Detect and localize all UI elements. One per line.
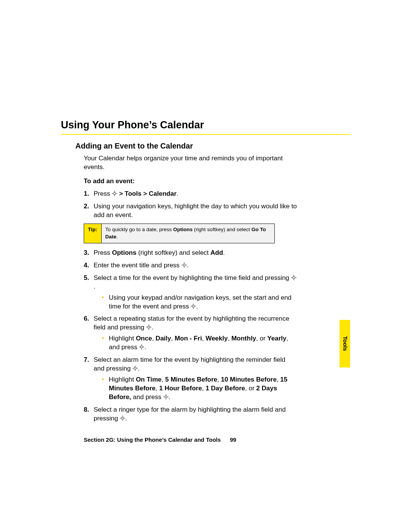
page-footer: Section 2G: Using the Phone’s Calendar a… xyxy=(61,436,350,444)
step-5-sub: Using your keypad and/or navigation keys… xyxy=(94,294,297,311)
section-title: Adding an Event to the Calendar xyxy=(61,141,350,151)
dpad-icon xyxy=(112,191,117,196)
step-6-sub: Highlight Once, Daily, Mon - Fri, Weekly… xyxy=(94,334,297,352)
step-list: 1. Press > Tools > Calendar. 2. Using yo… xyxy=(61,190,297,220)
step-list-cont: 3. Press Options (right softkey) and sel… xyxy=(61,249,297,423)
step-7-sub: Highlight On Time, 5 Minutes Before, 10 … xyxy=(94,375,297,402)
step-5: 5. Select a time for the event by highli… xyxy=(84,274,297,311)
dpad-icon xyxy=(146,324,151,330)
step-2: 2. Using your navigation keys, highlight… xyxy=(84,202,297,220)
intro-text: Your Calendar helps organize your time a… xyxy=(61,154,297,172)
tip-label: Tip: xyxy=(84,224,102,243)
dpad-icon xyxy=(163,394,169,399)
side-tab-label: Tools xyxy=(341,336,349,351)
tip-body: To quickly go to a date, press Options (… xyxy=(102,224,275,243)
step-1: 1. Press > Tools > Calendar. xyxy=(84,190,297,198)
dpad-icon xyxy=(191,304,196,309)
page-number: 99 xyxy=(230,436,236,443)
step-8: 8. Select a ringer type for the alarm by… xyxy=(84,406,297,423)
dpad-icon xyxy=(291,275,296,280)
step-5-sub-1: Using your keypad and/or navigation keys… xyxy=(102,294,297,311)
step-3: 3. Press Options (right softkey) and sel… xyxy=(84,249,297,257)
side-tab-tools: Tools xyxy=(339,320,350,367)
step-6-sub-1: Highlight Once, Daily, Mon - Fri, Weekly… xyxy=(102,334,297,352)
procedure-heading: To add an event: xyxy=(61,177,350,186)
step-7-sub-1: Highlight On Time, 5 Minutes Before, 10 … xyxy=(102,375,297,402)
dpad-icon xyxy=(132,366,138,371)
title-underline xyxy=(61,134,350,135)
dpad-icon xyxy=(182,262,187,268)
step-4: 4. Enter the event title and press . xyxy=(84,261,297,270)
dpad-icon xyxy=(139,344,144,350)
dpad-icon xyxy=(120,415,125,421)
manual-page: Using Your Phone’s Calendar Adding an Ev… xyxy=(0,0,411,532)
step-7: 7. Select an alarm time for the event by… xyxy=(84,356,297,402)
tip-box: Tip: To quickly go to a date, press Opti… xyxy=(84,224,275,243)
page-title: Using Your Phone’s Calendar xyxy=(61,118,350,132)
footer-section: Section 2G: Using the Phone’s Calendar a… xyxy=(84,436,221,443)
step-6: 6. Select a repeating status for the eve… xyxy=(84,315,297,352)
